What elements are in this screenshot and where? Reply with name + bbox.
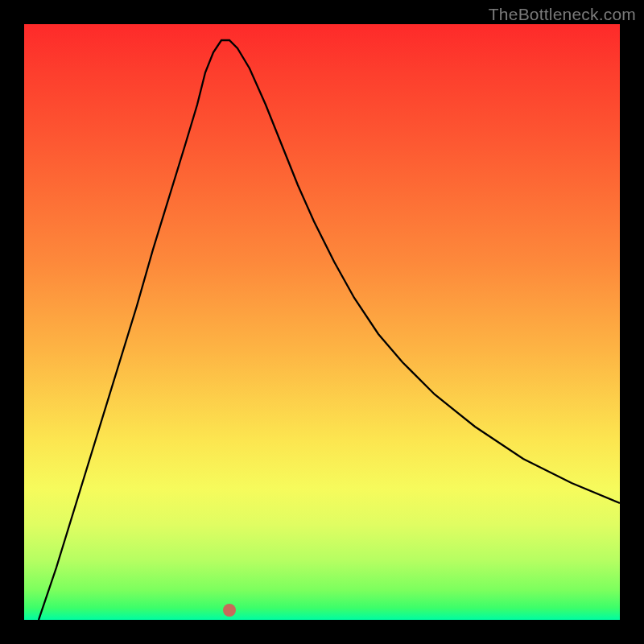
bottleneck-curve — [24, 24, 620, 620]
optimal-point-marker — [223, 604, 236, 617]
chart-frame: TheBottleneck.com — [0, 0, 644, 644]
plot-area — [24, 24, 620, 620]
watermark-text: TheBottleneck.com — [489, 5, 636, 24]
